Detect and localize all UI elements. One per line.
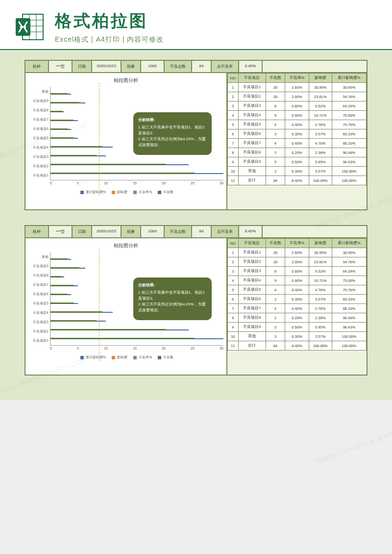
x-axis-tick: 25 bbox=[191, 347, 195, 350]
pareto-sheet: 机种***型日期2020/10/23批量1000不良总数84总不良率8.40%柏… bbox=[24, 60, 368, 210]
table-row: 6不良项目630.30%3.57%83.33% bbox=[227, 295, 366, 304]
y-axis-label: 其他 bbox=[28, 254, 49, 259]
y-axis-label: 不良项目1 bbox=[28, 338, 49, 343]
pareto-chart: 柏拉图分析其他不良项目9不良项目8不良项目7不良项目6不良项目5不良项目4不良项… bbox=[25, 73, 227, 210]
pareto-sheet: 机种***型日期2020/10/23批量1000不良总数84总不良率8.40%柏… bbox=[24, 225, 368, 376]
y-axis-label: 不良项目8 bbox=[28, 273, 49, 278]
table-row: 10其他30.30%3.57%100.00% bbox=[227, 332, 366, 341]
header-text: 格式柏拉图 Excel格式 | A4打印 | 内容可修改 bbox=[55, 10, 377, 44]
table-row: 5不良项目540.40%4.76%79.76% bbox=[227, 285, 366, 295]
info-value: 1000 bbox=[141, 226, 164, 238]
info-label: 总不良率 bbox=[211, 226, 239, 238]
bar bbox=[50, 294, 68, 295]
y-axis-label: 不良项目3 bbox=[28, 154, 49, 159]
x-axis-tick: 20 bbox=[162, 347, 166, 350]
y-axis-label: 不良项目1 bbox=[28, 173, 49, 178]
bar bbox=[50, 120, 74, 121]
table-row: 7不良项目740.40%4.76%88.10% bbox=[227, 139, 366, 148]
y-axis-label: 不良项目6 bbox=[28, 292, 49, 297]
y-axis-label: 不良项目7 bbox=[28, 117, 49, 122]
bar bbox=[50, 311, 102, 313]
reference-line bbox=[99, 83, 99, 196]
y-axis-label: 不良项目5 bbox=[28, 301, 49, 306]
info-value: 2020/10/23 bbox=[92, 60, 121, 73]
table-row: 4不良项目490.90%10.71%75.00% bbox=[227, 276, 366, 285]
data-table: NO不良项目不良数不良率%影响度累计影响度%1不良项目1262.60%30.95… bbox=[227, 238, 367, 351]
y-axis-label: 不良项目6 bbox=[28, 126, 49, 131]
bar bbox=[50, 93, 68, 95]
info-label: 批量 bbox=[121, 226, 141, 238]
page-header: 格式柏拉图 Excel格式 | A4打印 | 内容可修改 bbox=[0, 0, 392, 50]
bar bbox=[50, 173, 195, 174]
x-axis-tick: 30 bbox=[220, 181, 223, 185]
y-axis-label: 不良项目7 bbox=[28, 282, 49, 287]
table-row: 3不良项目380.80%9.52%64.29% bbox=[227, 101, 366, 111]
chart-title: 柏拉图分析 bbox=[28, 77, 223, 84]
table-row: 11合计848.40%100.00%100.00% bbox=[227, 341, 366, 351]
analysis-callout: 分析结果:1.前三大不良集中在不良项目1、项目2及项目3;2.前三大不良所占比例… bbox=[133, 277, 212, 320]
x-axis-tick: 10 bbox=[104, 347, 108, 350]
bar bbox=[50, 302, 74, 304]
page-body: 机种***型日期2020/10/23批量1000不良总数84总不良率8.40%柏… bbox=[0, 50, 392, 400]
table-row: 9不良项目950.50%5.95%96.43% bbox=[227, 157, 366, 167]
table-row: 8不良项目820.20%2.38%90.48% bbox=[227, 148, 366, 157]
bar bbox=[50, 102, 79, 103]
x-axis-tick: 5 bbox=[77, 347, 79, 350]
info-label: 机种 bbox=[25, 226, 49, 238]
data-table: NO不良项目不良数不良率%影响度累计影响度%1不良项目1262.60%30.95… bbox=[227, 73, 367, 185]
y-axis-label: 不良项目2 bbox=[28, 164, 49, 169]
y-axis-label: 其他 bbox=[28, 89, 49, 94]
y-axis-label: 不良项目2 bbox=[28, 329, 49, 334]
table-header: NO bbox=[227, 74, 238, 83]
page-subtitle: Excel格式 | A4打印 | 内容可修改 bbox=[55, 35, 377, 44]
table-header: 影响度 bbox=[309, 239, 332, 248]
table-row: 4不良项目490.90%10.71%75.00% bbox=[227, 111, 366, 120]
bar bbox=[50, 285, 74, 286]
page-title: 格式柏拉图 bbox=[55, 10, 377, 32]
table-header: 不良项目 bbox=[238, 74, 266, 83]
table-header: 影响度 bbox=[309, 74, 332, 83]
x-axis-tick: 0 bbox=[50, 347, 52, 350]
x-axis-tick: 0 bbox=[50, 181, 52, 185]
info-label: 日期 bbox=[72, 226, 92, 238]
table-row: 1不良项目1262.60%30.95%30.95% bbox=[227, 248, 366, 257]
analysis-callout: 分析结果:1.前三大不良集中在不良项目1、项目2及项目3;2.前三大不良所占比例… bbox=[133, 112, 212, 155]
info-label: 总不良率 bbox=[211, 60, 239, 73]
info-label: 日期 bbox=[72, 60, 92, 73]
info-value: 2020/10/23 bbox=[92, 226, 121, 238]
info-value: 84 bbox=[192, 226, 211, 238]
chart-title: 柏拉图分析 bbox=[28, 242, 223, 249]
x-axis-tick: 5 bbox=[77, 181, 79, 185]
y-axis-label: 不良项目4 bbox=[28, 310, 49, 315]
data-table-panel: NO不良项目不良数不良率%影响度累计影响度%1不良项目1262.60%30.95… bbox=[227, 238, 367, 375]
bar bbox=[50, 338, 195, 339]
table-row: 1不良项目1262.60%30.95%30.95% bbox=[227, 83, 366, 92]
bar bbox=[50, 320, 97, 322]
y-axis-label: 不良项目9 bbox=[28, 264, 49, 269]
x-axis-tick: 15 bbox=[133, 181, 137, 185]
bar bbox=[50, 155, 97, 156]
table-row: 6不良项目630.30%3.57%83.33% bbox=[227, 129, 366, 139]
table-row: 3不良项目380.80%9.52%64.29% bbox=[227, 267, 366, 276]
x-axis-tick: 20 bbox=[162, 181, 166, 185]
table-header: 不良数 bbox=[266, 239, 285, 248]
info-label: 批量 bbox=[121, 60, 141, 73]
bar bbox=[50, 276, 62, 277]
table-header: 不良数 bbox=[266, 74, 285, 83]
reference-line bbox=[99, 248, 99, 361]
y-axis-label: 不良项目5 bbox=[28, 136, 49, 141]
info-value: 84 bbox=[192, 60, 211, 73]
y-axis-label: 不良项目3 bbox=[28, 320, 49, 325]
info-value: ***型 bbox=[49, 226, 72, 238]
table-header: 不良率% bbox=[285, 74, 309, 83]
x-axis-tick: 25 bbox=[191, 181, 195, 185]
bar bbox=[50, 329, 166, 330]
excel-icon bbox=[15, 11, 46, 43]
info-label: 不良总数 bbox=[164, 60, 192, 73]
y-axis-label: 不良项目9 bbox=[28, 99, 49, 103]
info-label: 机种 bbox=[25, 60, 49, 73]
info-value: 8.40% bbox=[239, 226, 262, 238]
bar bbox=[50, 146, 102, 148]
bar bbox=[50, 164, 166, 165]
table-header: 累计影响度% bbox=[332, 239, 366, 248]
